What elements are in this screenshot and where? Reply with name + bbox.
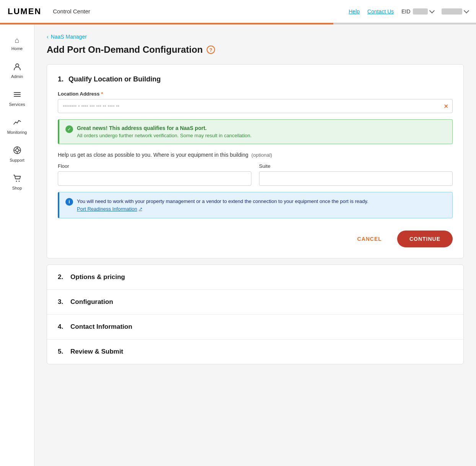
success-title: Great news! This address qualifies for a…	[77, 125, 252, 131]
step3-row[interactable]: 3. Configuration	[47, 289, 463, 314]
app-title: Control Center	[53, 8, 90, 15]
account-dropdown-icon[interactable]	[464, 8, 469, 13]
monitoring-icon	[13, 118, 21, 128]
success-content: Great news! This address qualifies for a…	[77, 125, 252, 138]
eid-dropdown-icon[interactable]	[429, 8, 434, 13]
services-icon	[13, 90, 21, 101]
success-banner: ✓ Great news! This address qualifies for…	[58, 119, 453, 144]
step2-row[interactable]: 2. Options & pricing	[47, 265, 463, 289]
svg-point-4	[16, 149, 19, 152]
support-icon	[13, 146, 21, 156]
page-title-row: Add Port On-Demand Configuration ?	[47, 44, 464, 55]
floor-field: Floor	[58, 163, 251, 186]
svg-point-10	[16, 181, 17, 182]
svg-rect-1	[14, 92, 21, 93]
page-title-text: Add Port On-Demand Configuration	[47, 44, 203, 55]
sidebar: ⌂ Home Admin Services	[0, 24, 34, 466]
floor-label: Floor	[58, 163, 251, 169]
header-right: Help Contact Us EID	[349, 8, 468, 15]
step1-button-row: CANCEL CONTINUE	[58, 227, 453, 247]
sidebar-item-home[interactable]: ⌂ Home	[2, 32, 33, 55]
step4-heading: 4. Contact Information	[58, 323, 132, 330]
step2-heading: 2. Options & pricing	[58, 273, 125, 281]
clear-address-icon[interactable]: ×	[444, 102, 448, 110]
sidebar-item-monitoring[interactable]: Monitoring	[2, 114, 33, 138]
sidebar-item-services[interactable]: Services	[2, 86, 33, 110]
collapsed-steps: 2. Options & pricing 3. Configuration 4.…	[47, 265, 464, 364]
step1-card: 1. Qualify Location or Building Location…	[47, 64, 464, 258]
optional-label: (optional)	[251, 152, 272, 158]
shop-icon	[13, 174, 21, 184]
info-banner: i You will need to work with your proper…	[58, 192, 453, 218]
step3-heading: 3. Configuration	[58, 298, 113, 305]
external-link-icon: ↗	[139, 206, 142, 212]
step1-heading: 1. Qualify Location or Building	[58, 75, 453, 83]
suite-label: Suite	[259, 163, 453, 169]
home-icon: ⌂	[15, 36, 19, 45]
contact-us-link[interactable]: Contact Us	[367, 8, 394, 15]
help-tooltip-icon[interactable]: ?	[207, 45, 215, 54]
success-body: All orders undergo further network verif…	[77, 133, 252, 138]
eid-section: EID	[401, 8, 434, 15]
help-link[interactable]: Help	[349, 8, 360, 15]
svg-rect-3	[14, 96, 21, 97]
admin-icon	[13, 62, 21, 73]
step5-row[interactable]: 5. Review & Submit	[47, 339, 463, 364]
sidebar-item-support[interactable]: Support	[2, 142, 33, 166]
eid-value	[413, 8, 428, 15]
step4-row[interactable]: 4. Contact Information	[47, 314, 463, 339]
cancel-button[interactable]: CANCEL	[350, 231, 390, 247]
sidebar-item-admin[interactable]: Admin	[2, 58, 33, 83]
step5-heading: 5. Review & Submit	[58, 348, 123, 355]
eid-label: EID	[401, 8, 410, 15]
info-content: You will need to work with your property…	[77, 198, 368, 213]
lumen-logo: LUMEN	[8, 6, 41, 16]
floor-input[interactable]	[58, 171, 251, 186]
required-indicator: *	[101, 91, 103, 97]
sidebar-item-shop[interactable]: Shop	[2, 170, 33, 194]
location-label: Location Address *	[58, 91, 453, 97]
svg-point-11	[18, 181, 20, 182]
info-icon: i	[65, 198, 73, 206]
port-readiness-link[interactable]: Port Readiness Information ↗	[77, 205, 142, 213]
main-content: ‹ NaaS Manager Add Port On-Demand Config…	[34, 24, 476, 466]
breadcrumb-chevron-icon: ‹	[47, 34, 49, 40]
breadcrumb-naas-manager-link[interactable]: NaaS Manager	[51, 34, 87, 40]
equipment-label: Help us get as close as possible to you.…	[58, 152, 453, 158]
address-input[interactable]	[58, 99, 453, 113]
svg-point-0	[16, 64, 19, 67]
success-check-icon: ✓	[65, 125, 73, 133]
floor-suite-row: Floor Suite	[58, 163, 453, 186]
orange-accent-bar	[0, 23, 476, 24]
account-value	[442, 8, 462, 15]
account-section	[442, 8, 468, 15]
suite-field: Suite	[259, 163, 453, 186]
header: LUMEN Control Center Help Contact Us EID	[0, 0, 476, 23]
svg-rect-2	[14, 94, 21, 95]
breadcrumb: ‹ NaaS Manager	[47, 34, 464, 40]
continue-button[interactable]: CONTINUE	[397, 231, 453, 247]
suite-input[interactable]	[259, 171, 453, 186]
address-input-wrapper: ×	[58, 99, 453, 113]
